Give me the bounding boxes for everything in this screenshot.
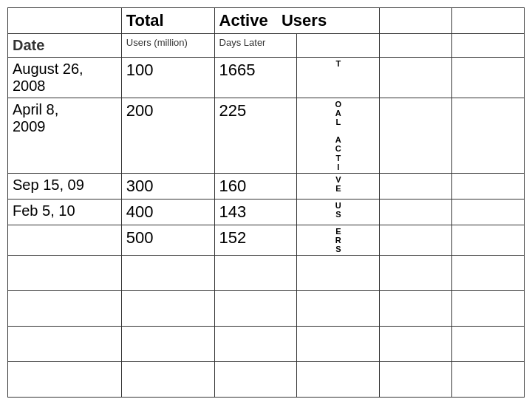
chart-cell-3: V E — [297, 173, 380, 199]
header-col6 — [452, 8, 525, 34]
header-row: Total Active Users — [8, 8, 525, 34]
table-row: 500 152 E R S — [8, 225, 525, 255]
vertical-us: U S — [297, 200, 379, 220]
subheader-active: Days Later — [214, 34, 297, 58]
empty-r4c3 — [214, 362, 297, 398]
subheader-col6 — [452, 34, 525, 58]
empty-r3c4 — [297, 327, 380, 362]
empty-r4c1 — [8, 362, 122, 398]
total-cell-1: 100 — [121, 58, 214, 98]
date-cell-4: Feb 5, 10 — [8, 199, 122, 225]
chart-cell-4: U S — [297, 199, 380, 225]
empty-r3c5 — [380, 327, 452, 362]
empty-r3c3 — [214, 327, 297, 362]
table-row: April 8,2009 200 225 O A L A C T I — [8, 98, 525, 174]
vertical-ve: V E — [297, 174, 379, 194]
vertical-t: T — [297, 58, 379, 69]
main-table: Total Active Users Date Users (million) … — [7, 7, 525, 398]
empty-cell-4a — [380, 199, 452, 225]
date-cell-1: August 26,2008 — [8, 58, 122, 98]
empty-r2c1 — [8, 291, 122, 327]
empty-cell-2a — [380, 98, 452, 174]
subheader-row: Date Users (million) Days Later — [8, 34, 525, 58]
empty-r4c5 — [380, 362, 452, 398]
empty-cell-1b — [452, 58, 525, 98]
empty-cell-3b — [452, 173, 525, 199]
empty-cell-4b — [452, 199, 525, 225]
table-row: August 26,2008 100 1665 T — [8, 58, 525, 98]
table-row-empty-2 — [8, 291, 525, 327]
header-empty — [8, 8, 122, 34]
chart-cell-2: O A L A C T I — [297, 98, 380, 174]
empty-r1c6 — [452, 256, 525, 291]
empty-r1c4 — [297, 256, 380, 291]
empty-cell-1a — [380, 58, 452, 98]
vertical-total-active: O A L A C T I — [297, 98, 379, 173]
header-col5 — [380, 8, 452, 34]
empty-r3c6 — [452, 327, 525, 362]
empty-r4c4 — [297, 362, 380, 398]
empty-r4c2 — [121, 362, 214, 398]
table-row-empty-4 — [8, 362, 525, 398]
empty-r4c6 — [452, 362, 525, 398]
empty-r1c5 — [380, 256, 452, 291]
empty-cell-5b — [452, 225, 525, 255]
empty-r2c5 — [380, 291, 452, 327]
table-row-empty-1 — [8, 256, 525, 291]
empty-r1c1 — [8, 256, 122, 291]
active-cell-1: 1665 — [214, 58, 297, 98]
total-cell-4: 400 — [121, 199, 214, 225]
total-cell-2: 200 — [121, 98, 214, 174]
empty-cell-3a — [380, 173, 452, 199]
empty-cell-5a — [380, 225, 452, 255]
subheader-total: Users (million) — [121, 34, 214, 58]
active-cell-3: 160 — [214, 173, 297, 199]
date-cell-2: April 8,2009 — [8, 98, 122, 174]
subheader-date: Date — [8, 34, 122, 58]
total-cell-3: 300 — [121, 173, 214, 199]
date-cell-5 — [8, 225, 122, 255]
table-row-empty-3 — [8, 327, 525, 362]
empty-r3c1 — [8, 327, 122, 362]
chart-cell-5: E R S — [297, 225, 380, 255]
empty-r2c6 — [452, 291, 525, 327]
empty-r2c2 — [121, 291, 214, 327]
empty-r1c3 — [214, 256, 297, 291]
empty-cell-2b — [452, 98, 525, 174]
header-total: Total — [121, 8, 214, 34]
date-cell-3: Sep 15, 09 — [8, 173, 122, 199]
active-cell-2: 225 — [214, 98, 297, 174]
empty-r1c2 — [121, 256, 214, 291]
active-cell-4: 143 — [214, 199, 297, 225]
empty-r2c3 — [214, 291, 297, 327]
table-wrapper: Total Active Users Date Users (million) … — [7, 7, 525, 398]
active-cell-5: 152 — [214, 225, 297, 255]
empty-r2c4 — [297, 291, 380, 327]
empty-r3c2 — [121, 327, 214, 362]
subheader-col5 — [380, 34, 452, 58]
subheader-col4 — [297, 34, 380, 58]
total-cell-5: 500 — [121, 225, 214, 255]
header-active-users: Active Users — [214, 8, 380, 34]
vertical-ers: E R S — [297, 225, 379, 255]
chart-cell-1: T — [297, 58, 380, 98]
table-row: Feb 5, 10 400 143 U S — [8, 199, 525, 225]
table-row: Sep 15, 09 300 160 V E — [8, 173, 525, 199]
